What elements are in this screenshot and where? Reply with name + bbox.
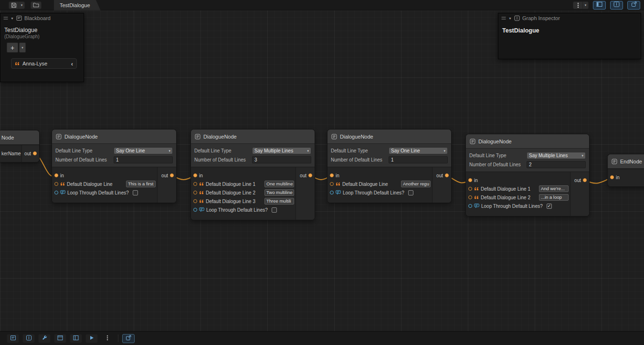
start-node[interactable]: Node kerName out (0, 130, 40, 162)
open-folder-button[interactable] (31, 1, 42, 9)
num-lines-field[interactable]: 2 (527, 161, 586, 168)
kebab-button[interactable] (101, 334, 114, 343)
blackboard-panel-icon (596, 1, 602, 9)
drag-handle-icon[interactable] (3, 16, 8, 20)
port-label: Default Dialogue Line 2 (206, 190, 255, 195)
external-button[interactable] (122, 334, 135, 343)
string-port[interactable] (468, 195, 472, 199)
port-label: Default Dialogue Line (342, 182, 388, 187)
quote-icon (199, 199, 204, 203)
blackboard-panel-button[interactable] (593, 1, 606, 10)
blackboard-field[interactable]: Anna-Lyse ‹ (11, 58, 77, 69)
bool-port[interactable] (330, 191, 334, 194)
save-dropdown-button[interactable]: ▾ (19, 1, 25, 9)
dialogue-node[interactable]: DialogueNodeDefault Line TypeSay One Lin… (327, 129, 452, 203)
string-port[interactable] (193, 191, 197, 194)
num-lines-field[interactable]: 1 (114, 156, 173, 163)
in-port-label: in (616, 175, 620, 180)
top-toolbar: ▾ TestDialogue ▾ (0, 0, 644, 11)
foldout-arrow-icon[interactable]: ▼ (11, 17, 14, 20)
out-port-label: out (161, 173, 168, 178)
port-label: kerName (1, 151, 21, 156)
node-title-bar[interactable]: DialogueNode (327, 129, 451, 144)
play-button[interactable] (85, 334, 98, 343)
num-lines-field[interactable]: 3 (252, 156, 311, 163)
drag-handle-icon[interactable] (501, 16, 506, 20)
loop-icon (199, 207, 204, 212)
add-property-button[interactable]: + (7, 43, 18, 53)
bool-port[interactable] (54, 191, 58, 194)
line-type-dropdown[interactable]: Say Multiple Lines▾ (527, 152, 586, 159)
window-button[interactable] (54, 334, 66, 343)
string-port[interactable] (193, 199, 197, 203)
in-port[interactable] (610, 175, 614, 179)
node-icon (331, 134, 337, 140)
foldout-arrow-icon[interactable]: ▼ (508, 17, 512, 20)
string-port[interactable] (193, 182, 197, 186)
node-title-bar[interactable]: DialogueNode (466, 134, 589, 149)
bottom-toolbar (0, 331, 644, 345)
inspector-button[interactable] (22, 334, 35, 343)
line-type-dropdown[interactable]: Say Multiple Lines▾ (252, 147, 311, 154)
out-port[interactable] (170, 173, 174, 177)
node-title-bar[interactable]: DialogueNode (191, 129, 315, 144)
save-button[interactable] (9, 1, 19, 9)
dialogue-line-field[interactable]: And we're... (539, 185, 569, 192)
loop-checkbox[interactable] (133, 190, 138, 195)
out-port[interactable] (33, 151, 37, 155)
graph-editor-window: Node kerName out (0, 0, 644, 345)
node-title-bar[interactable]: Node (0, 130, 39, 145)
chevron-down-icon: ▾ (581, 154, 583, 158)
dialogue-line-field[interactable]: Another regu (401, 181, 431, 187)
end-node[interactable]: EndNode in (607, 154, 644, 187)
menu-dropdown-button[interactable]: ▾ (582, 1, 589, 9)
out-port[interactable] (308, 173, 312, 177)
string-port[interactable] (330, 182, 334, 186)
in-port[interactable] (330, 173, 334, 177)
bool-port[interactable] (468, 204, 472, 208)
dialogue-node[interactable]: DialogueNodeDefault Line TypeSay One Lin… (52, 129, 177, 203)
in-port[interactable] (193, 173, 197, 177)
panels-button[interactable] (70, 334, 82, 343)
field-name: Anna-Lyse (22, 61, 47, 66)
loop-checkbox[interactable] (408, 190, 413, 195)
num-lines-field[interactable]: 1 (389, 156, 448, 163)
dialogue-node[interactable]: DialogueNodeDefault Line TypeSay Multipl… (190, 129, 315, 220)
wrench-button[interactable] (38, 334, 51, 343)
blackboard-button[interactable] (7, 334, 19, 343)
script-panel-button[interactable] (627, 1, 640, 10)
blackboard-panel: ▼ Blackboard TestDialogue (DialogueGraph… (0, 13, 84, 82)
in-port[interactable] (468, 178, 472, 182)
chevron-down-icon: ▾ (307, 149, 309, 153)
add-property-dropdown-button[interactable]: ▾ (19, 43, 26, 53)
out-port[interactable] (583, 178, 587, 182)
in-port-label: in (199, 173, 203, 178)
chevron-left-icon[interactable]: ‹ (71, 61, 73, 67)
bool-port[interactable] (193, 208, 197, 212)
dialogue-line-field[interactable]: One multiline (264, 181, 294, 187)
dialogue-node[interactable]: DialogueNodeDefault Line TypeSay Multipl… (465, 134, 590, 216)
kebab-menu-button[interactable] (573, 1, 582, 9)
dialogue-line-field[interactable]: Two multiline (264, 189, 294, 196)
num-lines-label: Number of Default Lines (331, 157, 389, 162)
node-title-bar[interactable]: EndNode (608, 154, 644, 169)
out-port[interactable] (445, 173, 449, 177)
blackboard-icon (16, 15, 22, 21)
line-type-dropdown[interactable]: Say One Line▾ (114, 147, 173, 154)
loop-checkbox[interactable] (272, 207, 277, 213)
dialogue-line-field[interactable]: This is a first (126, 181, 156, 187)
quote-icon (474, 195, 479, 199)
line-type-dropdown[interactable]: Say One Line▾ (389, 147, 448, 154)
in-port[interactable] (54, 173, 58, 177)
loop-checkbox[interactable]: ✓ (547, 204, 552, 209)
string-port[interactable] (54, 182, 58, 186)
string-port[interactable] (468, 187, 472, 191)
node-title: DialogueNode (64, 134, 98, 140)
dialogue-line-field[interactable]: ...in a loop (539, 194, 569, 201)
tab-testdialogue[interactable]: TestDialogue (54, 0, 101, 11)
inspector-panel-button[interactable] (610, 1, 623, 10)
toolbar-separator (118, 334, 118, 342)
dialogue-line-field[interactable]: Three multili (264, 198, 294, 205)
node-title-bar[interactable]: DialogueNode (52, 129, 176, 144)
inspector-icon (514, 15, 520, 21)
